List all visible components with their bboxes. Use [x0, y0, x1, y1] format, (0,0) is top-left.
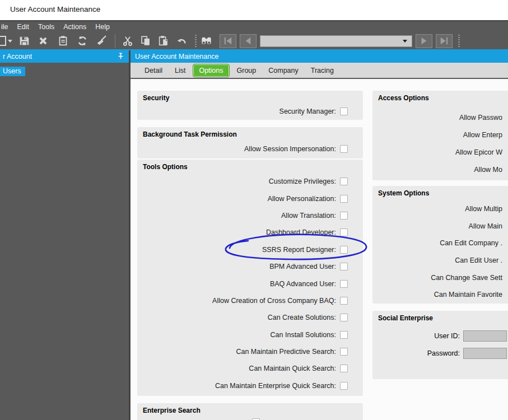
row-label: Allow Translation: [281, 212, 336, 220]
refresh-icon[interactable] [76, 34, 89, 48]
toolbar [0, 32, 508, 49]
title-bar: User Account Maintenance [0, 0, 508, 20]
baq-advanced-user-checkbox[interactable] [340, 280, 348, 288]
row-allow-enterprise: Allow Enterp [378, 126, 507, 143]
can-maintain-quick-search-checkbox[interactable] [340, 365, 348, 372]
group-title: Tools Options [143, 163, 357, 173]
menu-tools[interactable]: Tools [34, 23, 59, 31]
row-allow-personalization: Allow Personalization: [143, 190, 357, 207]
row-label: Dashboard Developer: [266, 228, 336, 236]
row-label: Can Edit Company . [440, 239, 502, 247]
tab-tracing[interactable]: Tracing [305, 64, 340, 77]
row-user-id: User ID: [378, 327, 507, 344]
menu-help[interactable]: Help [91, 23, 114, 31]
tab-options[interactable]: Options [193, 64, 229, 77]
paste-icon[interactable] [157, 34, 170, 48]
user-id-field[interactable] [463, 330, 507, 342]
row-label: Can Maintain Predictive Search: [236, 348, 336, 356]
group-title: Social Enterprise [378, 314, 507, 324]
menu-file[interactable]: ile [0, 23, 13, 31]
row-label: SSRS Report Designer: [262, 246, 336, 254]
row-security-manager: Security Manager: [143, 104, 357, 119]
row-label: Allow Mo [474, 166, 502, 174]
row-can-install-solutions: Can Install Solutions: [143, 326, 357, 343]
row-label: Allow Creation of Cross Company BAQ: [212, 297, 336, 305]
row-label: Password: [427, 349, 460, 357]
customize-privileges-checkbox[interactable] [340, 178, 348, 185]
row-allow-main: Allow Main [378, 218, 507, 235]
main-panel-title: User Account Maintenance [135, 53, 218, 60]
menu-actions[interactable]: Actions [59, 23, 91, 31]
tab-strip: Detail List Options Group Company Tracin… [131, 63, 508, 79]
row-label: Can Change Save Sett [431, 274, 502, 282]
menu-bar: ile Edit Tools Actions Help [0, 20, 508, 32]
row-label: BPM Advanced User: [269, 263, 336, 270]
pin-icon[interactable] [116, 52, 125, 62]
row-label: Can Maintain Enterprise Quick Search: [215, 382, 336, 390]
row-label: Customize Privileges: [269, 178, 336, 185]
last-record-button[interactable] [436, 34, 453, 48]
row-can-maintain-quick-search: Can Maintain Quick Search: [143, 360, 357, 377]
can-maintain-enterprise-quick-search-checkbox[interactable] [340, 382, 348, 390]
undo-icon[interactable] [175, 34, 188, 48]
row-label: Allow Main [469, 222, 502, 230]
row-allow-epicor-web: Allow Epicor W [378, 143, 507, 161]
row-bpm-advanced-user: BPM Advanced User: [143, 258, 357, 275]
save-icon[interactable] [17, 34, 31, 48]
row-password: Password: [378, 344, 507, 362]
tab-detail[interactable]: Detail [138, 64, 169, 77]
row-label: Allow Enterp [463, 131, 502, 139]
group-title: System Options [378, 189, 507, 199]
tab-list[interactable]: List [169, 64, 192, 77]
row-can-maintain-predictive-search: Can Maintain Predictive Search: [143, 343, 357, 360]
security-manager-checkbox[interactable] [340, 108, 348, 115]
row-customize-privileges: Customize Privileges: [143, 173, 357, 190]
toolbar-gripper [195, 35, 197, 47]
tab-company[interactable]: Company [262, 64, 305, 77]
group-security: Security Security Manager: [137, 91, 363, 120]
print-icon[interactable] [57, 34, 70, 48]
row-label: Can Edit User . [455, 256, 502, 264]
row-allow-mobile: Allow Mo [378, 161, 507, 178]
allow-session-impersonation-checkbox[interactable] [340, 145, 348, 153]
copy-icon[interactable] [139, 34, 152, 48]
first-record-button[interactable] [220, 34, 236, 48]
group-tools-options: Tools Options Customize Privileges: Allo… [137, 160, 363, 396]
tab-group[interactable]: Group [231, 64, 263, 77]
tree-item-users[interactable]: Users [0, 67, 25, 76]
clear-icon[interactable] [95, 34, 108, 48]
next-record-button[interactable] [416, 34, 432, 48]
row-can-change-save-settings: Can Change Save Sett [378, 269, 507, 286]
bpm-advanced-user-checkbox[interactable] [340, 263, 348, 270]
menu-edit[interactable]: Edit [13, 23, 34, 31]
row-can-edit-user: Can Edit User . [378, 252, 507, 269]
row-label: Can Create Solutions: [268, 314, 336, 321]
row-baq-advanced-user: BAQ Advanced User: [143, 275, 357, 292]
can-maintain-predictive-search-checkbox[interactable] [340, 348, 348, 356]
tree-panel-title: r Account [3, 53, 32, 60]
row-label: Allow Session Impersonation: [244, 145, 336, 153]
allow-cross-company-baq-checkbox[interactable] [340, 297, 348, 305]
row-label: Allow Epicor W [455, 148, 502, 156]
row-label: Allow Multip [465, 205, 502, 213]
delete-icon[interactable] [36, 34, 50, 48]
previous-record-button[interactable] [240, 34, 257, 48]
tree-body: Users [0, 63, 129, 76]
password-field[interactable] [463, 348, 507, 359]
group-system-options: System Options Allow Multip Allow Main C… [372, 186, 508, 304]
row-can-edit-company: Can Edit Company . [378, 235, 507, 252]
group-title: Access Options [378, 94, 507, 104]
ssrs-report-designer-checkbox[interactable] [340, 246, 348, 254]
new-icon[interactable] [0, 34, 8, 48]
can-create-solutions-checkbox[interactable] [340, 314, 348, 321]
allow-personalization-checkbox[interactable] [340, 195, 348, 203]
cut-icon[interactable] [121, 34, 134, 48]
main-panel-header: User Account Maintenance [131, 50, 508, 63]
can-install-solutions-checkbox[interactable] [340, 331, 348, 339]
dashboard-developer-checkbox[interactable] [340, 228, 348, 236]
allow-translation-checkbox[interactable] [340, 212, 348, 220]
new-dropdown-caret-icon[interactable] [8, 40, 12, 43]
search-icon[interactable] [199, 34, 213, 48]
record-combo[interactable] [260, 35, 412, 47]
row-ssrs-report-designer: SSRS Report Designer: [143, 241, 357, 258]
